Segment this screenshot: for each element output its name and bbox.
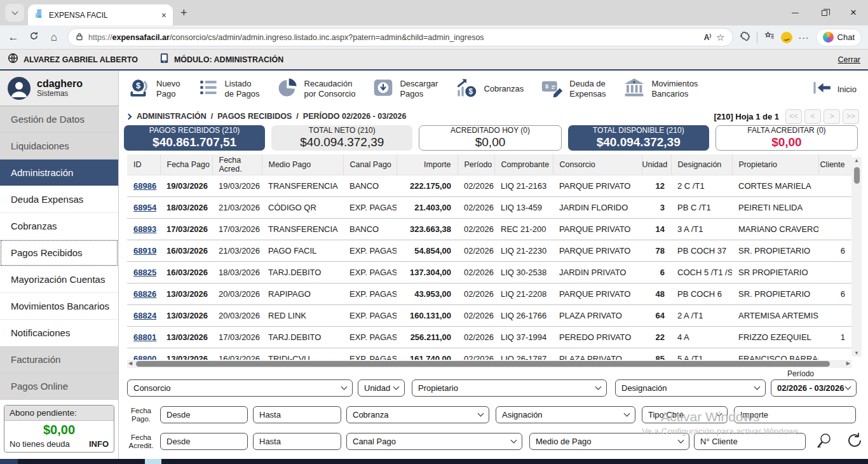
fecha-pago-hasta-input[interactable] bbox=[253, 406, 341, 423]
collections-icon[interactable] bbox=[764, 31, 775, 44]
toolbar-button-cobranzas[interactable]: $Cobranzas bbox=[455, 77, 524, 101]
first-page-button[interactable]: << bbox=[785, 109, 802, 124]
copilot-chat-button[interactable]: Chat bbox=[816, 29, 862, 46]
periodo-select[interactable]: 02/2026 - 03/2026 bbox=[771, 379, 857, 397]
payment-id-link[interactable]: 68800 bbox=[133, 354, 156, 360]
sidebar-item-liquidaciones[interactable]: Liquidaciones bbox=[0, 133, 118, 160]
new-tab-button[interactable]: + bbox=[180, 6, 187, 20]
payment-id-link[interactable]: 68824 bbox=[133, 311, 156, 320]
scroll-right-icon[interactable]: ▶ bbox=[846, 360, 850, 366]
horizontal-scrollbar[interactable]: ◀ ▶ bbox=[127, 360, 851, 368]
table-row[interactable]: 6882413/03/202620/03/2026RED LINKEXP. PA… bbox=[127, 304, 851, 326]
sidebar-item-gestion-de-datos[interactable]: Gestión de Datos bbox=[0, 106, 118, 133]
address-bar[interactable]: https://expensafacil.ar/consorcio/cs/adm… bbox=[67, 28, 733, 46]
sidebar-item-deuda-expensas[interactable]: Deuda Expensas bbox=[0, 186, 118, 213]
browser-tab[interactable]: EXPENSA FACIL × bbox=[28, 4, 173, 25]
close-session-link[interactable]: Cerrar bbox=[838, 55, 860, 64]
column-header-canal-pago[interactable]: Canal Pago bbox=[343, 154, 397, 175]
medio-pago-select[interactable]: Medio de Pago bbox=[529, 433, 689, 450]
back-icon[interactable]: ← bbox=[6, 31, 20, 44]
propietario-select[interactable]: Propietario bbox=[412, 379, 607, 397]
table-row[interactable]: 6880013/03/202616/03/2026TRIDI-CVUEXP. P… bbox=[127, 348, 851, 360]
column-header-importe[interactable]: Importe bbox=[397, 154, 458, 175]
prev-page-button[interactable]: < bbox=[804, 109, 821, 124]
payment-id-link[interactable]: 68893 bbox=[133, 224, 156, 234]
scroll-down-icon[interactable]: ▼ bbox=[851, 350, 862, 356]
scroll-left-icon[interactable]: ◀ bbox=[128, 360, 132, 366]
window-minimize-button[interactable] bbox=[780, 0, 810, 25]
toolbar-button-movimientos-bancarios[interactable]: MovimientosBancarios bbox=[623, 77, 698, 101]
vertical-scroll-thumb[interactable] bbox=[854, 167, 860, 184]
breadcrumb-item[interactable]: PAGOS RECIBIDOS bbox=[217, 112, 292, 121]
sidebar-item-movimientos-bancarios[interactable]: Movimientos Bancarios bbox=[0, 293, 118, 320]
sidebar-item-cobranzas[interactable]: Cobranzas bbox=[0, 213, 118, 240]
sidebar-item-administracion[interactable]: Administración bbox=[0, 160, 118, 186]
abono-info-link[interactable]: INFO bbox=[89, 439, 109, 449]
sidebar-item-notificaciones[interactable]: Notificaciones bbox=[0, 320, 118, 346]
tab-search-button[interactable] bbox=[5, 4, 24, 22]
sidebar-item-pagos-recibidos[interactable]: Pagos Recibidos bbox=[0, 240, 118, 266]
payment-id-link[interactable]: 68954 bbox=[133, 203, 156, 212]
tab-close-icon[interactable]: × bbox=[161, 10, 166, 20]
sidebar-item-mayorizacion-cuentas[interactable]: Mayorización Cuentas bbox=[0, 266, 118, 293]
table-row[interactable]: 6880113/03/202617/03/2026TARJ.DEBITOEXP.… bbox=[127, 326, 851, 348]
reload-button[interactable] bbox=[845, 431, 864, 450]
fecha-acredit-hasta-input[interactable] bbox=[253, 433, 341, 450]
payment-id-link[interactable]: 68801 bbox=[133, 332, 156, 342]
table-row[interactable]: 6891916/03/202621/03/2026PAGO FACILEXP. … bbox=[127, 240, 851, 261]
column-header-comprobante[interactable]: Comprobante bbox=[494, 154, 553, 175]
refresh-icon[interactable] bbox=[27, 31, 41, 44]
importe-input[interactable] bbox=[734, 406, 856, 423]
vertical-scrollbar[interactable]: ▲ ▼ bbox=[851, 157, 862, 357]
column-header-medio-pago[interactable]: Medio Pago bbox=[262, 154, 343, 175]
extension-icon[interactable] bbox=[781, 32, 792, 43]
designacion-select[interactable]: Designación bbox=[615, 379, 766, 397]
home-button[interactable]: Inicio bbox=[812, 79, 857, 99]
search-button[interactable] bbox=[815, 432, 834, 451]
column-header-id[interactable]: ID bbox=[127, 154, 160, 175]
last-page-button[interactable]: >> bbox=[843, 109, 859, 124]
column-header-propietario[interactable]: Propietario bbox=[732, 154, 818, 175]
column-header-consorcio[interactable]: Consorcio bbox=[553, 154, 642, 175]
table-row[interactable]: 6882516/03/202618/03/2026TARJ.DEBITOEXP.… bbox=[127, 261, 851, 283]
toolbar-button-nuevo-pago[interactable]: $NuevoPago bbox=[129, 78, 180, 100]
table-row[interactable]: 6889317/03/202617/03/2026TRANSFERENCIABA… bbox=[127, 218, 851, 240]
tipo-cbte-select[interactable]: Tipo Cbte bbox=[642, 406, 728, 423]
fecha-pago-desde-input[interactable] bbox=[160, 406, 248, 423]
home-icon[interactable]: ⌂ bbox=[47, 31, 61, 44]
toolbar-button-descargar-pagos[interactable]: DescargarPagos bbox=[372, 78, 438, 100]
breadcrumb-item[interactable]: ADMINISTRACIÓN bbox=[137, 112, 207, 121]
window-close-button[interactable]: × bbox=[839, 0, 868, 25]
window-restore-button[interactable] bbox=[810, 0, 839, 25]
read-aloud-icon[interactable]: A) bbox=[704, 32, 711, 42]
browser-essentials-icon[interactable] bbox=[740, 31, 750, 44]
next-page-button[interactable]: > bbox=[824, 109, 840, 124]
column-header-periodo[interactable]: Período bbox=[458, 154, 494, 175]
scroll-up-icon[interactable]: ▲ bbox=[851, 158, 862, 163]
table-row[interactable]: 6882613/03/202620/03/2026RAPIPAGOEXP. PA… bbox=[127, 283, 851, 304]
favorite-star-icon[interactable]: ☆ bbox=[716, 32, 724, 43]
payment-id-link[interactable]: 68986 bbox=[133, 181, 156, 191]
fecha-acredit-desde-input[interactable] bbox=[160, 433, 248, 450]
browser-menu-icon[interactable]: ··· bbox=[799, 32, 810, 43]
cobranza-select[interactable]: Cobranza bbox=[346, 406, 489, 423]
column-header-fecha-pago[interactable]: Fecha Pago bbox=[160, 154, 212, 175]
consorcio-select[interactable]: Consorcio bbox=[127, 379, 353, 397]
sidebar-item-pagos-online[interactable]: Pagos Online bbox=[0, 373, 118, 400]
table-row[interactable]: 6898619/03/202619/03/2026TRANSFERENCIABA… bbox=[127, 175, 851, 196]
table-row[interactable]: 6895418/03/202621/03/2026CÓDIGO QREXP. P… bbox=[127, 196, 851, 218]
toolbar-button-recaudacion-por-consorcio[interactable]: Recaudaciónpor Consorcio bbox=[277, 77, 356, 101]
column-header-fecha-acred[interactable]: Fecha Acred. bbox=[212, 154, 262, 175]
unidad-select[interactable]: Unidad bbox=[358, 379, 405, 397]
column-header-designacion[interactable]: Designación bbox=[671, 154, 732, 175]
column-header-cliente[interactable]: Cliente bbox=[818, 154, 851, 175]
horizontal-scroll-thumb[interactable] bbox=[136, 361, 830, 367]
canal-pago-select[interactable]: Canal Pago bbox=[346, 433, 522, 450]
payment-id-link[interactable]: 68919 bbox=[133, 246, 156, 256]
toolbar-button-deuda-de-expensas[interactable]: $Deuda deExpensas bbox=[541, 77, 606, 101]
payment-id-link[interactable]: 68825 bbox=[133, 268, 156, 277]
n-cliente-input[interactable] bbox=[694, 433, 806, 450]
payment-id-link[interactable]: 68826 bbox=[133, 289, 156, 299]
column-header-unidad[interactable]: Unidad bbox=[642, 154, 671, 175]
toolbar-button-listado-de-pagos[interactable]: Listadode Pagos bbox=[198, 78, 260, 100]
